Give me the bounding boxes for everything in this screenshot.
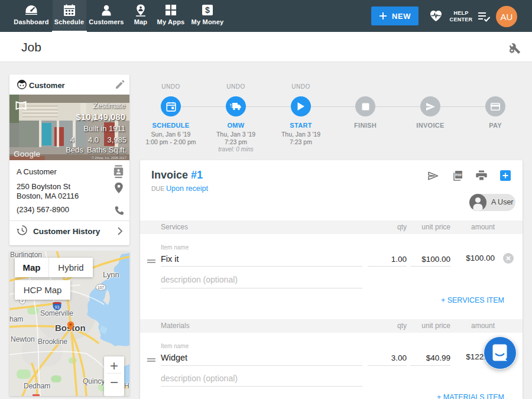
svg-text:$: $ (205, 5, 210, 15)
svg-text:93: 93 (55, 305, 60, 309)
svg-text:PDF: PDF (456, 173, 463, 177)
svg-text:107: 107 (98, 286, 104, 290)
